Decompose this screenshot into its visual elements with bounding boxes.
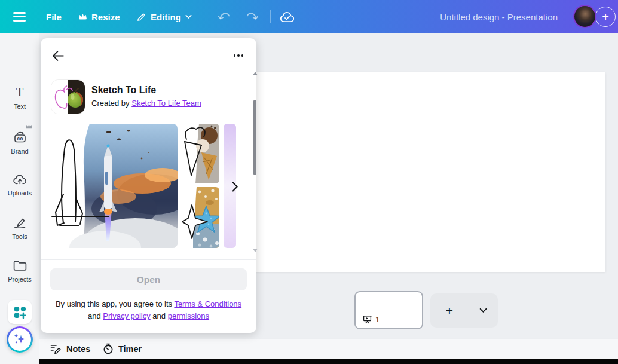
file-menu-label: File	[46, 12, 62, 22]
main-menu-button[interactable]	[13, 0, 26, 33]
carousel-next-button[interactable]	[228, 179, 242, 194]
timer-icon	[103, 343, 114, 354]
bottom-bar	[0, 338, 618, 359]
projects-icon	[13, 259, 27, 272]
create-design-button[interactable]: +	[595, 7, 616, 27]
sparkle-icon	[8, 328, 31, 351]
toolbar-divider	[207, 10, 207, 23]
text-icon: T	[16, 85, 24, 99]
notes-icon	[50, 344, 62, 354]
scrollbar-up-arrow[interactable]	[253, 72, 258, 75]
timer-button[interactable]: Timer	[103, 338, 142, 359]
plus-icon: +	[446, 304, 453, 318]
crown-icon	[78, 13, 87, 21]
creator-team-link[interactable]: Sketch To Life Team	[131, 99, 201, 108]
brand-icon: co	[13, 130, 27, 144]
pencil-icon	[136, 12, 146, 22]
tools-icon	[13, 216, 27, 230]
privacy-policy-link[interactable]: Privacy policy	[103, 311, 150, 320]
sidebar-item-text[interactable]: T Text	[0, 85, 39, 110]
editing-mode-label: Editing	[151, 12, 181, 22]
sidebar-item-label: Tools	[12, 233, 27, 240]
notes-button[interactable]: Notes	[50, 338, 90, 359]
back-arrow-icon	[52, 50, 65, 62]
redo-icon	[246, 11, 259, 23]
more-options-button[interactable]	[230, 49, 247, 62]
file-menu-button[interactable]: File	[46, 0, 62, 33]
carousel-image-ice-cream[interactable]	[181, 124, 219, 183]
undo-icon	[218, 11, 231, 23]
resize-button[interactable]: Resize	[78, 0, 120, 33]
design-canvas-page[interactable]	[256, 72, 605, 272]
design-title[interactable]: Untitled design - Presentation	[440, 0, 558, 33]
terms-link[interactable]: Terms & Conditions	[174, 299, 241, 308]
object-panel-sidebar: T Text co Brand Uploads Tools Projects A…	[0, 33, 39, 364]
screen-bottom-edge	[0, 359, 618, 364]
chevron-right-icon	[232, 182, 238, 192]
page-number: 1	[375, 315, 380, 324]
sidebar-item-projects[interactable]: Projects	[0, 259, 39, 283]
app-logo-sketch-to-life	[51, 80, 85, 114]
chevron-down-icon	[185, 14, 192, 19]
canva-editor: File Resize Editing Untitled	[0, 0, 618, 364]
page-thumbnail-1[interactable]: 1	[354, 291, 423, 329]
add-page-button[interactable]: +	[430, 293, 469, 328]
sidebar-item-label: Text	[14, 103, 26, 110]
pro-crown-icon	[25, 123, 33, 130]
app-details-panel: Sketch To Life Created by Sketch To Life…	[41, 38, 256, 333]
save-status-button[interactable]	[280, 0, 295, 33]
undo-button[interactable]	[218, 0, 231, 33]
toolbar-divider	[270, 10, 271, 23]
top-bar: File Resize Editing Untitled	[0, 0, 618, 33]
carousel-image-starfish[interactable]	[181, 187, 219, 248]
apps-active-tile	[8, 300, 32, 324]
app-byline: Created by Sketch To Life Team	[91, 99, 201, 108]
agreement-prefix: By using this app, you agree to its	[56, 299, 172, 308]
back-button[interactable]	[50, 48, 66, 63]
open-app-button[interactable]: Open	[50, 268, 247, 290]
chevron-down-icon	[479, 308, 487, 313]
add-page-control: +	[430, 293, 498, 328]
sidebar-item-label: Brand	[11, 148, 28, 155]
scrollbar-thumb[interactable]	[253, 100, 256, 175]
sidebar-item-label: Uploads	[8, 189, 32, 197]
notes-label: Notes	[66, 344, 90, 354]
scrollbar-down-arrow[interactable]	[253, 249, 258, 252]
plus-icon: +	[602, 10, 609, 24]
app-name: Sketch To Life	[91, 85, 156, 96]
presentation-page-icon	[362, 315, 372, 324]
canva-assistant-button[interactable]	[7, 326, 33, 353]
more-options-icon	[234, 54, 236, 57]
page-options-dropdown[interactable]	[469, 293, 498, 328]
resize-label: Resize	[91, 12, 120, 22]
sidebar-item-uploads[interactable]: Uploads	[0, 173, 39, 197]
app-preview-carousel	[51, 124, 249, 248]
created-by-text: Created by	[91, 99, 130, 108]
cloud-check-icon	[280, 11, 295, 23]
carousel-image-rocket[interactable]	[51, 124, 178, 248]
uploads-icon	[13, 173, 27, 186]
account-avatar[interactable]	[573, 5, 596, 28]
panel-footer: Open By using this app, you agree to its…	[41, 259, 256, 333]
svg-text:co: co	[17, 136, 23, 142]
sidebar-item-tools[interactable]: Tools	[0, 216, 39, 240]
editing-mode-dropdown[interactable]: Editing	[136, 0, 192, 33]
redo-button[interactable]	[246, 0, 259, 33]
sidebar-item-label: Projects	[8, 276, 32, 283]
permissions-link[interactable]: permissions	[168, 311, 209, 320]
agreement-text: By using this app, you agree to its Term…	[41, 298, 256, 322]
apps-icon	[14, 306, 26, 319]
sidebar-item-brand[interactable]: co Brand	[0, 130, 39, 155]
timer-label: Timer	[118, 344, 142, 354]
